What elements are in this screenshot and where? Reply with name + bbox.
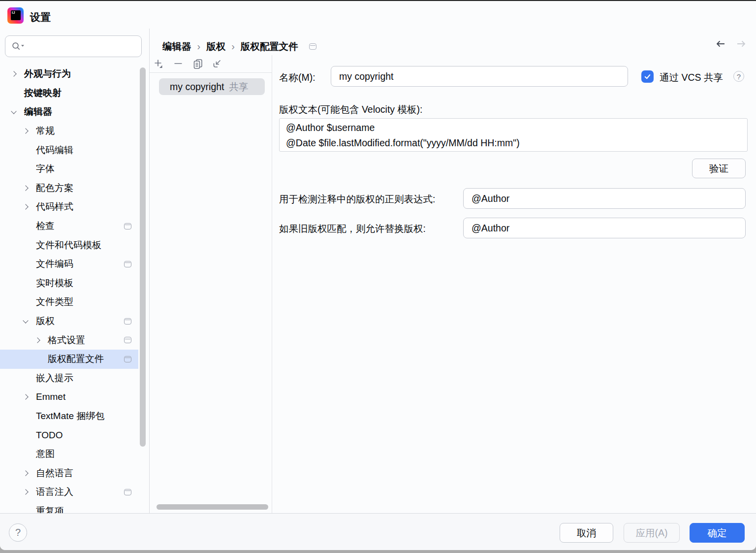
add-profile-button[interactable]: [153, 58, 164, 70]
sidebar-tree-item[interactable]: Emmet: [0, 388, 138, 407]
modified-indicator-icon: [309, 43, 316, 50]
sidebar-tree-item[interactable]: 重复项: [0, 502, 138, 513]
sidebar-divider: [149, 29, 150, 513]
settings-tree: 外观与行为按键映射编辑器常规代码编辑字体配色方案代码样式检查文件和代码模板文件编…: [0, 65, 149, 513]
sidebar-item-label: 代码编辑: [36, 144, 73, 157]
forward-arrow-button[interactable]: [735, 38, 747, 49]
chevron-down-icon: [21, 45, 24, 47]
search-icon: [11, 41, 26, 51]
toolbar-divider: [150, 72, 272, 73]
sidebar-tree-item[interactable]: 版权配置文件: [0, 350, 138, 369]
ok-button[interactable]: 确定: [690, 523, 745, 543]
sidebar-scrollbar[interactable]: [140, 67, 146, 447]
chevron-down-icon[interactable]: [11, 111, 24, 113]
copyright-line: @Date $file.lastModified.format("yyyy/MM…: [286, 135, 741, 151]
sidebar-item-label: 意图: [36, 448, 55, 460]
detect-regex-field[interactable]: [463, 188, 746, 209]
dropdown-caret-icon: [159, 65, 162, 68]
breadcrumb: 编辑器 版权 版权配置文件: [162, 40, 316, 53]
remove-profile-button[interactable]: [172, 58, 184, 70]
sidebar-tree-item[interactable]: 版权: [0, 312, 138, 331]
titlebar: IJ 设置: [0, 1, 756, 29]
sidebar-tree-item[interactable]: 嵌入提示: [0, 369, 138, 388]
chevron-down-icon[interactable]: [23, 320, 36, 323]
sidebar-tree-item[interactable]: 外观与行为: [0, 65, 138, 84]
sidebar-item-label: 重复项: [36, 505, 64, 513]
copyright-text-label: 版权文本(可能包含 Velocity 模板):: [279, 103, 422, 116]
detect-regex-label: 用于检测注释中的版权的正则表达式:: [279, 193, 435, 206]
profiles-horizontal-scrollbar[interactable]: [157, 504, 268, 510]
sidebar-tree-item[interactable]: TextMate 捆绑包: [0, 407, 138, 426]
sidebar-tree-item[interactable]: 配色方案: [0, 179, 138, 198]
back-arrow-button[interactable]: [715, 38, 726, 49]
sidebar-tree-item[interactable]: 文件类型: [0, 293, 138, 312]
sidebar-tree-item[interactable]: 文件和代码模板: [0, 235, 138, 255]
sidebar-item-label: 文件编码: [36, 258, 73, 270]
profiles-toolbar: [153, 58, 223, 70]
modified-indicator-icon: [124, 489, 131, 495]
sidebar-tree-item[interactable]: 意图: [0, 445, 138, 464]
sidebar-item-label: 版权: [36, 315, 55, 327]
chevron-right-icon[interactable]: [23, 205, 36, 209]
sidebar-tree-item[interactable]: 代码样式: [0, 197, 138, 217]
import-profile-button[interactable]: [212, 58, 223, 70]
settings-search-input[interactable]: [5, 35, 142, 57]
vcs-help-icon[interactable]: ?: [733, 71, 744, 82]
modified-indicator-icon: [124, 356, 131, 362]
chevron-right-icon: [191, 41, 207, 52]
chevron-right-icon[interactable]: [34, 338, 48, 342]
name-label: 名称(M):: [279, 71, 315, 84]
sidebar-tree-item[interactable]: 文件编码: [0, 255, 138, 274]
chevron-right-icon[interactable]: [23, 490, 36, 494]
profile-name: my copyright: [170, 81, 224, 93]
sidebar-item-label: TextMate 捆绑包: [36, 410, 104, 423]
sidebar-item-label: 代码样式: [36, 200, 73, 213]
modified-indicator-icon: [124, 223, 131, 229]
validate-button[interactable]: 验证: [692, 159, 746, 178]
sidebar-tree-item[interactable]: 实时模板: [0, 274, 138, 293]
intellij-idea-logo-icon: IJ: [7, 7, 24, 24]
sidebar-tree-item[interactable]: 代码编辑: [0, 140, 138, 160]
sidebar-item-label: 版权配置文件: [48, 353, 104, 365]
sidebar-tree-item[interactable]: 格式设置: [0, 330, 138, 350]
breadcrumb-item-copyright-profiles[interactable]: 版权配置文件: [241, 40, 298, 53]
duplicate-profile-button[interactable]: [192, 58, 204, 70]
check-icon: [643, 72, 652, 81]
sidebar-tree-item[interactable]: 常规: [0, 122, 138, 141]
copyright-line: @Author $username: [286, 120, 741, 135]
breadcrumb-item-editor[interactable]: 编辑器: [162, 40, 191, 53]
name-field[interactable]: [331, 66, 628, 87]
copyright-text-area[interactable]: @Author $username @Date $file.lastModifi…: [279, 118, 748, 152]
sidebar-tree-item[interactable]: 检查: [0, 217, 138, 236]
modified-indicator-icon: [124, 261, 131, 267]
sidebar-tree-item[interactable]: 按键映射: [0, 84, 138, 103]
sidebar-tree-item[interactable]: 自然语言: [0, 463, 138, 483]
cancel-button[interactable]: 取消: [560, 523, 613, 543]
chevron-right-icon[interactable]: [11, 72, 24, 76]
replace-regex-field[interactable]: [463, 218, 746, 238]
chevron-right-icon: [225, 41, 241, 52]
sidebar-item-label: 自然语言: [36, 467, 73, 480]
sidebar-tree-item[interactable]: 字体: [0, 160, 138, 179]
help-button[interactable]: ?: [9, 523, 27, 542]
sidebar-tree-item[interactable]: TODO: [0, 425, 138, 445]
share-vcs-checkbox[interactable]: [641, 70, 654, 83]
apply-button[interactable]: 应用(A): [624, 523, 680, 543]
chevron-right-icon[interactable]: [23, 395, 36, 399]
profile-list-item[interactable]: my copyright 共享: [159, 78, 265, 95]
chevron-right-icon[interactable]: [23, 186, 36, 190]
profile-shared-tag: 共享: [229, 80, 249, 94]
chevron-right-icon[interactable]: [23, 471, 36, 475]
sidebar-item-label: 常规: [36, 125, 55, 137]
sidebar-item-label: Emmet: [36, 391, 65, 402]
breadcrumb-item-copyright[interactable]: 版权: [206, 40, 225, 53]
sidebar-item-label: 按键映射: [24, 87, 62, 99]
sidebar-tree-item[interactable]: 语言注入: [0, 483, 138, 502]
sidebar-item-label: 嵌入提示: [36, 372, 73, 385]
sidebar-item-label: 格式设置: [48, 334, 85, 347]
sidebar-item-label: 语言注入: [36, 486, 73, 498]
chevron-right-icon[interactable]: [23, 129, 36, 133]
sidebar-item-label: 字体: [36, 163, 55, 175]
settings-window: IJ 设置 外观与行为按键映射编辑器常规代码编辑字体配色方案代码样式检查文件和代…: [0, 0, 756, 550]
sidebar-tree-item[interactable]: 编辑器: [0, 102, 138, 122]
